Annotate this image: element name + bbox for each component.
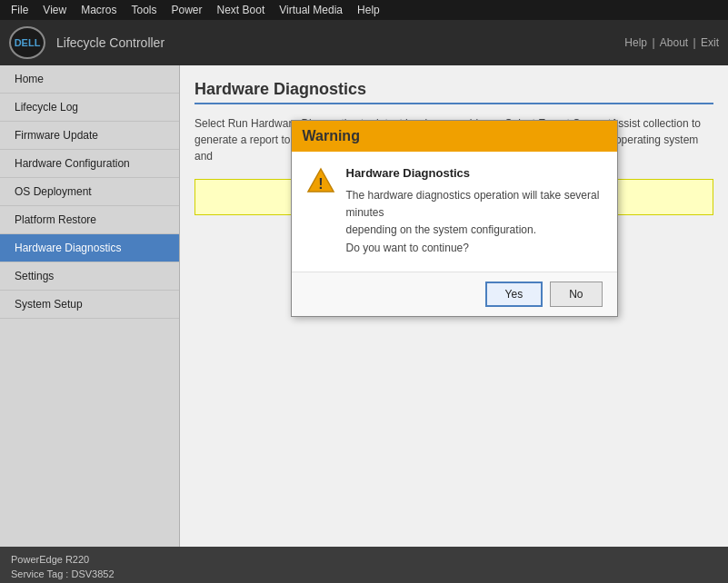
menubar: File View Macros Tools Power Next Boot V… bbox=[0, 0, 728, 20]
sidebar-item-platform-restore[interactable]: Platform Restore bbox=[0, 206, 179, 234]
menu-view[interactable]: View bbox=[35, 2, 74, 18]
dialog-content: Hardware Diagnostics The hardware diagno… bbox=[346, 166, 603, 257]
sidebar-item-hardware-diagnostics[interactable]: Hardware Diagnostics bbox=[0, 234, 179, 262]
dialog-overlay: Warning ! Hardware Diagnostics The hardw… bbox=[180, 65, 728, 547]
header-title: Lifecycle Controller bbox=[56, 35, 165, 50]
footer-poweredge: PowerEdge R220 bbox=[11, 552, 717, 568]
header: DELL Lifecycle Controller Help | About |… bbox=[0, 20, 728, 65]
warning-dialog: Warning ! Hardware Diagnostics The hardw… bbox=[291, 120, 618, 317]
menu-tools[interactable]: Tools bbox=[124, 2, 164, 18]
yes-button[interactable]: Yes bbox=[485, 282, 544, 307]
dialog-content-title: Hardware Diagnostics bbox=[346, 166, 603, 180]
sidebar-item-system-setup[interactable]: System Setup bbox=[0, 291, 179, 319]
main-layout: Home Lifecycle Log Firmware Update Hardw… bbox=[0, 65, 728, 547]
menu-nextboot[interactable]: Next Boot bbox=[210, 2, 273, 18]
footer-service-tag: Service Tag : DSV3852 bbox=[11, 567, 717, 582]
dell-logo: DELL bbox=[9, 26, 45, 59]
sidebar-item-hardware-config[interactable]: Hardware Configuration bbox=[0, 150, 179, 178]
sidebar: Home Lifecycle Log Firmware Update Hardw… bbox=[0, 65, 180, 547]
sidebar-item-firmware-update[interactable]: Firmware Update bbox=[0, 122, 179, 150]
sidebar-item-settings[interactable]: Settings bbox=[0, 262, 179, 291]
menu-macros[interactable]: Macros bbox=[74, 2, 124, 18]
menu-power[interactable]: Power bbox=[165, 2, 210, 18]
sidebar-item-home[interactable]: Home bbox=[0, 65, 179, 94]
warning-triangle-icon: ! bbox=[306, 166, 335, 195]
dialog-header: Warning bbox=[292, 121, 617, 152]
sidebar-item-os-deployment[interactable]: OS Deployment bbox=[0, 178, 179, 206]
header-links: Help | About | Exit bbox=[624, 36, 719, 49]
svg-text:!: ! bbox=[318, 176, 323, 192]
dialog-message: The hardware diagnostics operation will … bbox=[346, 187, 603, 257]
menu-help[interactable]: Help bbox=[350, 2, 387, 18]
about-link[interactable]: About bbox=[660, 36, 688, 49]
sidebar-item-lifecycle-log[interactable]: Lifecycle Log bbox=[0, 94, 179, 122]
dialog-body: ! Hardware Diagnostics The hardware diag… bbox=[292, 152, 617, 272]
footer: PowerEdge R220 Service Tag : DSV3852 bbox=[0, 547, 728, 583]
no-button[interactable]: No bbox=[550, 282, 602, 307]
help-link[interactable]: Help bbox=[624, 36, 647, 49]
dialog-footer: Yes No bbox=[292, 272, 617, 316]
menu-virtualmedia[interactable]: Virtual Media bbox=[272, 2, 350, 18]
menu-file[interactable]: File bbox=[4, 2, 35, 18]
exit-link[interactable]: Exit bbox=[701, 36, 719, 49]
content-area: Hardware Diagnostics Select Run Hardware… bbox=[180, 65, 728, 547]
